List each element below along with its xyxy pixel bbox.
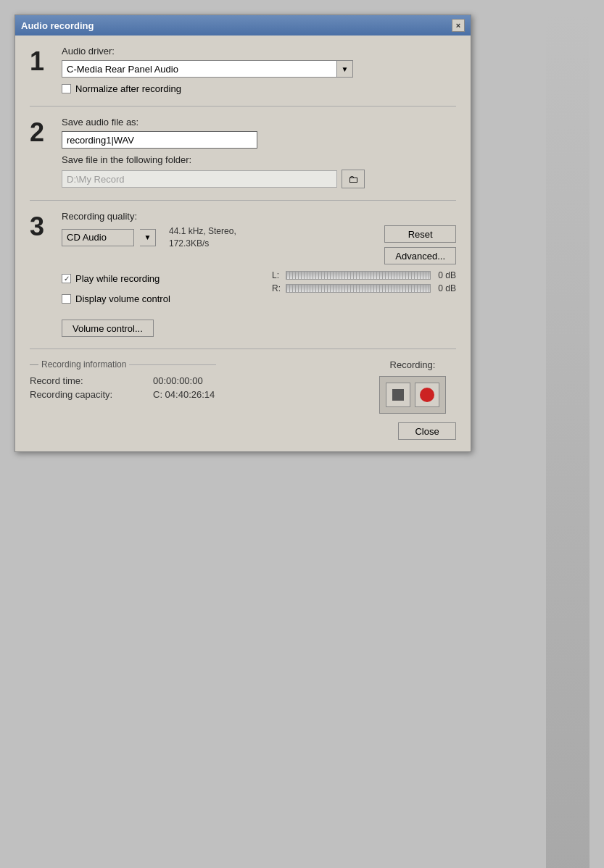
close-row: Close — [30, 422, 456, 440]
recording-label: Recording: — [390, 359, 436, 370]
bottom-section: — Recording information Record time: 00:… — [30, 359, 456, 414]
quality-select-row: CD Audio ▼ 44.1 kHz, Stereo, 172.3KB/s — [62, 225, 244, 250]
quality-label: Recording quality: — [62, 211, 456, 222]
play-while-label: Play while recording — [75, 273, 160, 284]
driver-value: C-Media Rear Panel Audio — [67, 64, 178, 75]
left-checks: Play while recording Display volume cont… — [62, 267, 170, 337]
sidebar-panel — [546, 14, 589, 868]
quality-top-row: CD Audio ▼ 44.1 kHz, Stereo, 172.3KB/s R… — [62, 225, 456, 264]
slider-r-row: R: 0 dB — [272, 283, 456, 293]
capacity-value: C: 04:40:26:14 — [153, 389, 215, 400]
play-while-row: Play while recording — [62, 273, 170, 284]
normalize-label: Normalize after recording — [75, 83, 181, 94]
quality-dropdown-arrow[interactable]: ▼ — [140, 229, 156, 246]
stop-icon — [392, 389, 404, 401]
slider-r-value: 0 dB — [434, 283, 456, 293]
step-2-number: 2 — [30, 120, 62, 146]
dialog-body: 1 Audio driver: C-Media Rear Panel Audio… — [15, 36, 471, 451]
volume-control-button[interactable]: Volume control... — [62, 320, 154, 337]
driver-select-row: C-Media Rear Panel Audio ▼ — [62, 60, 456, 78]
display-volume-row: Display volume control — [62, 293, 170, 304]
record-time-value: 00:00:00:00 — [153, 375, 203, 386]
recording-info-section-title: Recording information — [41, 359, 126, 370]
record-button[interactable] — [415, 383, 439, 407]
driver-select[interactable]: C-Media Rear Panel Audio — [62, 60, 337, 78]
step-1-number: 1 — [30, 49, 62, 75]
step-3-number: 3 — [30, 214, 62, 240]
quality-left: CD Audio ▼ 44.1 kHz, Stereo, 172.3KB/s — [62, 225, 244, 250]
section-2-content: Save audio file as: Save file in the fol… — [62, 117, 456, 188]
capacity-label: Recording capacity: — [30, 389, 146, 400]
reset-button[interactable]: Reset — [384, 225, 456, 243]
display-volume-label: Display volume control — [75, 293, 170, 304]
divider-3 — [30, 349, 456, 349]
slider-l-value: 0 dB — [434, 270, 456, 280]
slider-l-label: L: — [272, 270, 282, 280]
save-as-label: Save audio file as: — [62, 117, 456, 128]
recording-controls: Recording: — [369, 359, 456, 414]
volume-sliders: L: 0 dB R: 0 dB — [272, 270, 456, 293]
browse-folder-button[interactable]: 🗀 — [342, 170, 365, 188]
slider-l-row: L: 0 dB — [272, 270, 456, 280]
driver-dropdown-arrow[interactable]: ▼ — [337, 60, 353, 78]
filename-input[interactable] — [62, 131, 257, 149]
recording-info-box: — Recording information Record time: 00:… — [30, 359, 369, 403]
driver-label: Audio driver: — [62, 46, 456, 57]
quality-value: CD Audio — [67, 232, 107, 243]
section-1: 1 Audio driver: C-Media Rear Panel Audio… — [30, 46, 456, 94]
title-bar: Audio recording × — [15, 15, 471, 36]
record-time-row: Record time: 00:00:00:00 — [30, 375, 369, 386]
stop-button[interactable] — [386, 383, 410, 407]
capacity-row: Recording capacity: C: 04:40:26:14 — [30, 389, 369, 400]
play-volume-area: Play while recording Display volume cont… — [62, 267, 456, 337]
record-time-label: Record time: — [30, 375, 146, 386]
section-2: 2 Save audio file as: Save file in the f… — [30, 117, 456, 188]
folder-input[interactable] — [62, 170, 337, 188]
section-3-content: Recording quality: CD Audio ▼ 44.1 kHz, … — [62, 211, 456, 337]
quality-select[interactable]: CD Audio — [62, 229, 134, 246]
slider-r-track[interactable] — [286, 284, 431, 293]
play-while-checkbox[interactable] — [62, 274, 71, 283]
quality-info: 44.1 kHz, Stereo, 172.3KB/s — [169, 225, 236, 250]
folder-label: Save file in the following folder: — [62, 154, 456, 165]
folder-icon: 🗀 — [348, 173, 358, 185]
divider-2 — [30, 200, 456, 201]
section-1-content: Audio driver: C-Media Rear Panel Audio ▼… — [62, 46, 456, 94]
advanced-button[interactable]: Advanced... — [384, 247, 456, 264]
display-volume-checkbox[interactable] — [62, 294, 71, 304]
slider-r-label: R: — [272, 283, 282, 293]
close-button[interactable]: Close — [398, 422, 456, 440]
quality-buttons: Reset Advanced... — [384, 225, 456, 264]
section-3: 3 Recording quality: CD Audio ▼ 44.1 k — [30, 211, 456, 337]
divider-1 — [30, 106, 456, 107]
close-icon[interactable]: × — [452, 19, 465, 32]
window-title: Audio recording — [21, 20, 94, 31]
dialog-window: Audio recording × 1 Audio driver: C-Medi… — [15, 14, 471, 452]
quality-info-line2: 172.3KB/s — [169, 238, 236, 250]
slider-l-track[interactable] — [286, 271, 431, 280]
quality-info-line1: 44.1 kHz, Stereo, — [169, 225, 236, 238]
record-dot-icon — [420, 388, 434, 402]
normalize-row: Normalize after recording — [62, 83, 456, 94]
rec-buttons — [379, 376, 446, 414]
folder-row: 🗀 — [62, 170, 456, 188]
recording-info-title: — Recording information — [30, 359, 369, 370]
normalize-checkbox[interactable] — [62, 84, 71, 93]
